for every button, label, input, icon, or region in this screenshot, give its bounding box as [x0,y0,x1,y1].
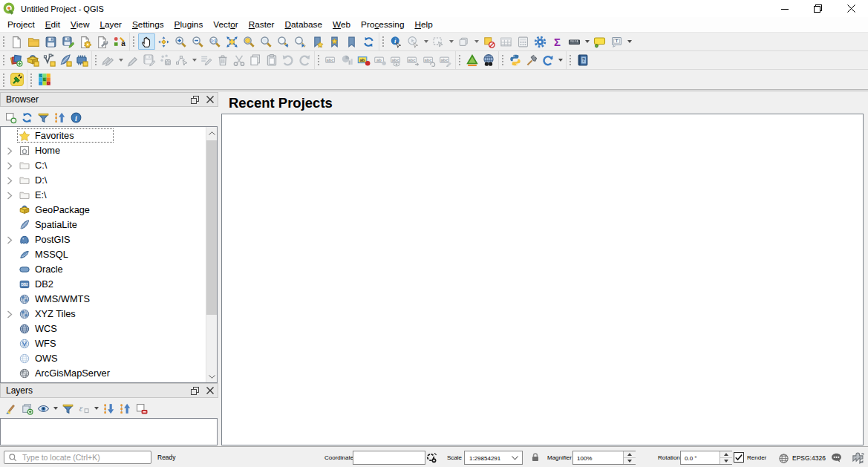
browser-item-e[interactable]: E:\ [1,188,217,203]
magnifier-spinbox[interactable]: 100% [572,451,636,465]
menu-processing[interactable]: Processing [356,17,409,33]
layer-labeling-options-button[interactable]: abc [323,51,339,69]
toolbar-drag-handle[interactable] [131,35,136,48]
locator-search-input[interactable]: Type to locate (Ctrl+K) [4,451,151,464]
show-layout-manager-button[interactable] [94,33,111,50]
redo-button[interactable] [296,51,313,69]
toolbar-drag-handle[interactable] [457,53,462,67]
slyr-tools-button[interactable]: SLD [36,71,53,88]
measure-line-button[interactable] [566,33,583,50]
browser-item-favorites[interactable]: Favorites [1,128,217,143]
add-selected-layers-button[interactable] [2,109,19,125]
toolbar-drag-handle[interactable] [568,53,572,67]
zoom-in-button[interactable] [172,33,189,50]
new-shapefile-layer-button[interactable] [41,51,57,69]
menu-raster[interactable]: Raster [244,17,280,33]
toolbar-drag-handle[interactable] [1,35,6,48]
toolbar-drag-handle[interactable] [1,72,6,87]
vertex-tool-button[interactable] [174,51,190,69]
new-spatial-bookmark-button[interactable] [309,33,326,50]
map-tips-button[interactable] [591,33,608,50]
plugin-reloader-button[interactable] [540,51,556,69]
open-layer-styling-button[interactable] [2,400,19,417]
toolbar-drag-handle[interactable] [500,53,505,67]
plugin-reloader-dropdown[interactable] [556,52,564,68]
new-print-layout-button[interactable] [76,33,94,50]
expand-chevron-icon[interactable] [4,160,16,172]
save-project-as-button[interactable] [59,33,76,50]
pan-to-selection-button[interactable] [155,33,172,50]
new-temporary-scratch-layer-button[interactable] [74,51,90,69]
copy-features-button[interactable] [247,51,264,69]
browser-item-xyz-tiles[interactable]: XYZ Tiles [1,307,217,321]
open-project-button[interactable] [25,33,42,50]
add-feature-button[interactable] [157,51,174,69]
bookmark-manager-button[interactable] [343,33,360,50]
crs-label[interactable]: EPSG:4326 [792,454,826,462]
menu-vector[interactable]: Vector [208,17,243,33]
filter-by-expression-button[interactable]: ε [76,400,92,417]
browser-float-button[interactable] [189,94,200,105]
layer-diagram-options-button[interactable] [339,51,356,69]
zoom-to-layer-button[interactable] [258,33,275,50]
zoom-out-button[interactable] [189,33,206,50]
style-manager-button[interactable]: a [111,33,128,50]
measure-line-dropdown[interactable] [583,33,591,50]
zoom-last-button[interactable] [275,33,292,50]
tasks-puzzle-icon[interactable] [851,451,865,465]
menu-database[interactable]: Database [280,17,328,33]
select-features-by-value-button[interactable] [455,33,472,50]
toolbar-drag-handle[interactable] [94,53,98,67]
expand-chevron-icon[interactable] [4,234,16,246]
menu-layer[interactable]: Layer [94,17,127,33]
new-project-button[interactable] [8,33,25,50]
toolbar-drag-handle[interactable] [29,72,33,87]
statistical-summary-button[interactable]: Σ [549,33,566,50]
menu-plugins[interactable]: Plugins [169,17,209,33]
rotation-spinbox[interactable]: 0.0 ° [680,451,732,465]
browser-item-geopackage[interactable]: GeoPackage [1,203,217,218]
layers-close-button[interactable] [204,385,216,396]
browser-item-d[interactable]: D:\ [1,173,217,188]
browser-close-button[interactable] [204,94,216,105]
help-contents-button[interactable]: ? [575,51,591,69]
deselect-features-all-layers-button[interactable] [480,33,497,50]
menu-edit[interactable]: Edit [40,17,65,33]
coordinate-input[interactable] [353,451,425,465]
remove-layer-button[interactable] [133,400,149,417]
expand-chevron-icon[interactable] [4,145,16,157]
open-field-calculator-button[interactable] [515,33,532,50]
text-annotation-dropdown[interactable] [625,33,633,50]
current-edits-dropdown[interactable] [117,52,125,68]
collapse-all-browser-button[interactable] [51,109,68,125]
undo-button[interactable] [280,51,296,69]
zoom-to-selection-button[interactable] [241,33,258,50]
minimize-button[interactable] [768,0,801,17]
toggle-editing-button[interactable] [125,51,141,69]
browser-item-c[interactable]: C:\ [1,158,217,173]
layers-list-empty[interactable] [0,418,218,445]
spin-down-button[interactable] [624,458,636,465]
browser-item-wcs[interactable]: WCS [1,321,217,336]
expand-chevron-icon[interactable] [4,189,16,201]
highlight-pinned-labels-button[interactable]: ab [356,51,372,69]
messages-icon[interactable] [830,451,843,464]
spin-up-button[interactable] [624,451,636,458]
browser-item-arcgismapserver[interactable]: ArcGisMapServer [1,366,217,381]
lock-scale-icon[interactable] [530,452,541,463]
pin-unpin-labels-button[interactable]: ab [372,51,388,69]
toolbar-drag-handle[interactable] [316,53,321,67]
menu-web[interactable]: Web [327,17,356,33]
filter-browser-button[interactable] [35,109,51,125]
browser-scrollbar[interactable] [206,127,217,382]
scrollbar-up-arrow[interactable] [206,127,218,139]
raster-calculator-button[interactable] [464,51,480,69]
paste-features-button[interactable] [264,51,280,69]
refresh-browser-button[interactable] [19,109,35,125]
pan-map-button[interactable] [138,33,155,50]
processing-toolbox-button[interactable] [532,33,549,50]
add-group-button[interactable] [19,400,35,417]
identify-features-button[interactable]: i [388,33,405,50]
restore-button[interactable] [801,0,835,17]
new-geopackage-layer-button[interactable] [25,51,41,69]
